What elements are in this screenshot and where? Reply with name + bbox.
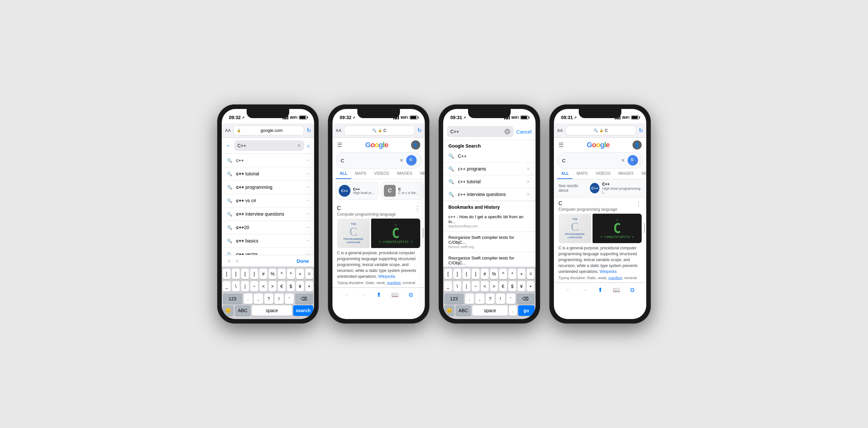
- kb-plus-3[interactable]: +: [518, 269, 525, 279]
- kb-search-1[interactable]: search: [293, 305, 313, 316]
- more-icon-4[interactable]: ⋮: [636, 200, 642, 207]
- suggestion-1-7[interactable]: 🔍 c++ vector ↗: [222, 248, 314, 255]
- google-search-bar-4[interactable]: C ✕ 🔍: [557, 152, 643, 168]
- back-btn-2[interactable]: ←: [344, 292, 350, 298]
- wikipedia-link-2[interactable]: Wikipedia: [378, 274, 395, 279]
- kb-brace-open[interactable]: {: [241, 269, 249, 279]
- clear-icon-1[interactable]: ✕: [297, 143, 301, 148]
- down-arrow-1[interactable]: ∨: [235, 257, 240, 264]
- kb-question-3[interactable]: ?: [486, 294, 495, 304]
- ss-x-2-3[interactable]: ✕: [526, 179, 530, 184]
- kb-backslash-3[interactable]: \: [453, 281, 461, 292]
- clear-icon-4[interactable]: ✕: [621, 158, 625, 163]
- up-arrow-1[interactable]: ∧: [227, 257, 231, 264]
- url-bar-1[interactable]: 🔒 google.com: [233, 125, 304, 135]
- kb-caret[interactable]: ^: [278, 269, 286, 279]
- kb-euro[interactable]: €: [278, 281, 286, 292]
- kb-dollar[interactable]: $: [287, 281, 295, 292]
- search-field-1[interactable]: C++ ✕: [234, 140, 304, 151]
- kb-gt-3[interactable]: >: [490, 281, 498, 292]
- tab-images-4[interactable]: IMAGES: [615, 168, 638, 179]
- kb-plus[interactable]: +: [296, 269, 304, 279]
- kb-yen[interactable]: ¥: [296, 281, 304, 292]
- kb-123-3[interactable]: 123: [444, 294, 464, 304]
- kb-emoji-1[interactable]: 😊: [223, 305, 234, 316]
- manifest-link-4[interactable]: manifest: [608, 276, 622, 280]
- kb-asterisk[interactable]: *: [287, 269, 295, 279]
- ss-item-interview-3[interactable]: 🔍 c++ interview questions ✕: [443, 188, 535, 201]
- aa-button-2[interactable]: AA: [336, 128, 341, 133]
- user-avatar-2[interactable]: 👤: [411, 140, 420, 150]
- kb-abc-3[interactable]: ABC: [456, 305, 471, 316]
- share-btn-2[interactable]: ⬆: [376, 291, 381, 298]
- kb-comma[interactable]: ,: [254, 294, 263, 304]
- back-arrow-1[interactable]: ←: [226, 142, 231, 149]
- reload-button-1[interactable]: ↻: [307, 127, 311, 133]
- aa-button-4[interactable]: AA: [557, 128, 563, 133]
- kb-apostrophe[interactable]: ': [285, 294, 294, 304]
- kb-go-3[interactable]: go: [518, 305, 534, 316]
- back-btn-4[interactable]: ←: [566, 287, 571, 294]
- ss-x-1-3[interactable]: ✕: [526, 166, 530, 171]
- kb-question[interactable]: ?: [264, 294, 273, 304]
- forward-btn-2[interactable]: →: [360, 292, 366, 298]
- kb-apostrophe-3[interactable]: ': [506, 294, 515, 304]
- share-btn-4[interactable]: ⬆: [598, 286, 603, 294]
- kb-tilde[interactable]: ~: [250, 281, 258, 292]
- kb-bracket-open[interactable]: [: [223, 269, 230, 279]
- search-icon-1[interactable]: ⌕: [307, 143, 310, 149]
- kb-exclaim-3[interactable]: !: [496, 294, 505, 304]
- kb-dot-3[interactable]: .: [465, 294, 474, 304]
- kb-gt[interactable]: >: [269, 281, 276, 292]
- kb-period-3[interactable]: .: [509, 305, 517, 316]
- more-icon-2[interactable]: ⋮: [414, 205, 420, 212]
- suggestion-1-2[interactable]: 🔍 c++ programming ↗: [222, 180, 314, 194]
- kb-lt[interactable]: <: [259, 281, 267, 292]
- tab-maps-2[interactable]: MAPS: [351, 168, 370, 179]
- kb-bullet[interactable]: •: [305, 281, 313, 292]
- url-bar-2[interactable]: 🔍 🔒 C: [344, 125, 415, 135]
- kb-tilde-3[interactable]: ~: [472, 281, 479, 292]
- kb-yen-3[interactable]: ¥: [518, 281, 525, 292]
- tab-videos-4[interactable]: VIDEOS: [592, 168, 614, 179]
- kb-percent-3[interactable]: %: [490, 269, 498, 279]
- kb-dollar-3[interactable]: $: [508, 281, 516, 292]
- overlay-clear-3[interactable]: ✕: [504, 129, 510, 134]
- kb-dot[interactable]: .: [244, 294, 252, 304]
- tabs-btn-2[interactable]: ⧉: [409, 292, 413, 298]
- kb-space-1[interactable]: space: [252, 305, 292, 316]
- kb-emoji-3[interactable]: 😊: [444, 305, 454, 316]
- kb-123[interactable]: 123: [223, 294, 242, 304]
- suggestion-1-4[interactable]: 🔍 c++ interview questions ↗: [222, 207, 314, 221]
- menu-icon-4[interactable]: ☰: [558, 141, 564, 149]
- ss-item-programs-3[interactable]: 🔍 c++ programs ✕: [443, 163, 535, 175]
- kb-exclaim[interactable]: !: [275, 294, 283, 304]
- kb-percent[interactable]: %: [269, 269, 276, 279]
- tabs-btn-4[interactable]: ⧉: [630, 287, 634, 294]
- suggestion-1-1[interactable]: 🔍 c++ tutorial ↗: [222, 167, 314, 180]
- kb-bracket-close-3[interactable]: ]: [453, 269, 461, 279]
- kb-hash-3[interactable]: #: [481, 269, 489, 279]
- google-search-bar-2[interactable]: C ✕ 🔍: [336, 152, 422, 168]
- aa-button-1[interactable]: AA: [225, 128, 230, 133]
- menu-icon-2[interactable]: ☰: [337, 141, 342, 149]
- kb-brace-close[interactable]: }: [250, 269, 258, 279]
- bookmark-1-3[interactable]: Reorganize Swift compiler tests for C/Ob…: [443, 232, 535, 252]
- kb-asterisk-3[interactable]: *: [508, 269, 516, 279]
- kb-backslash[interactable]: \: [232, 281, 240, 292]
- kb-delete-3[interactable]: ⌫: [517, 294, 534, 304]
- kb-abc-1[interactable]: ABC: [235, 305, 251, 316]
- tab-news-2[interactable]: NEWS: [416, 168, 425, 179]
- reload-button-2[interactable]: ↻: [417, 127, 422, 133]
- suggestion-1-0[interactable]: 🔍 c++ ↗: [222, 154, 314, 167]
- overlay-input-3[interactable]: C++ ✕: [447, 126, 514, 137]
- reload-button-4[interactable]: ↻: [639, 127, 643, 133]
- kb-underscore[interactable]: _: [223, 281, 230, 292]
- kb-equals-3[interactable]: =: [527, 269, 534, 279]
- forward-btn-4[interactable]: →: [582, 287, 588, 294]
- user-avatar-4[interactable]: 👤: [632, 140, 642, 150]
- kb-bracket-open-3[interactable]: [: [444, 269, 452, 279]
- kb-lt-3[interactable]: <: [481, 281, 489, 292]
- kb-delete[interactable]: ⌫: [295, 294, 313, 304]
- card-c-2[interactable]: C C C or c is the...: [381, 182, 424, 200]
